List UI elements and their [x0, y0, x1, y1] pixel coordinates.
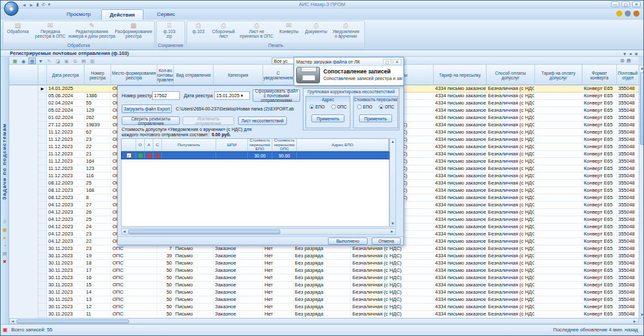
maximize-button[interactable]: ▢: [622, 1, 630, 7]
clock-icon[interactable]: ◔: [1, 243, 8, 249]
verify-button[interactable]: Сверить реквизиты отправления: [122, 116, 180, 125]
tab-сервис[interactable]: Сервис: [145, 9, 187, 20]
column-header-postcode[interactable]: Почтовый отдел: [617, 65, 639, 85]
column-header-tariff_extra[interactable]: Тариф на оплату допуслуг: [535, 65, 583, 85]
help-icon[interactable]: [616, 11, 622, 17]
dialog-row-cell-o: [136, 152, 145, 159]
column-header-kind[interactable]: Вид отправления: [174, 65, 214, 85]
tab-действия[interactable]: Действия: [101, 9, 143, 20]
address-radio-епо[interactable]: ЕПО: [309, 105, 325, 109]
table-row[interactable]: 30.11.202319ОПС39ПисьмоЗаказноеНетБез ра…: [9, 253, 639, 260]
wizard-maximize-button[interactable]: ▢: [383, 59, 391, 65]
globe-icon[interactable]: ◉: [20, 58, 27, 64]
export-excel-icon[interactable]: ▦: [11, 58, 19, 64]
dialog-scroll-left-icon[interactable]: ◄: [122, 230, 126, 233]
table-row[interactable]: 30.11.202315ОПС50ПисьмоЗаказноеНетБез ра…: [9, 282, 639, 289]
table-row[interactable]: 30.11.202316ОПС50ПисьмоЗаказноеНетБез ра…: [9, 274, 639, 282]
info-icon[interactable]: [625, 11, 631, 17]
ribbon-button[interactable]: ⎙Документы: [302, 21, 330, 43]
scroll-right-icon[interactable]: ►: [633, 319, 637, 323]
table-row[interactable]: 30.11.202313ОПС50ПисьмоЗаказноеНетБез ра…: [9, 296, 639, 304]
save-icon[interactable]: ▣: [63, 58, 70, 64]
ribbon-button[interactable]: ⎙Лист не принятых в ОПС: [237, 21, 276, 43]
sidebar-tab-tasks[interactable]: Задачи по подсистемам: [1, 123, 7, 200]
ribbon-button[interactable]: ⎙Сборочный лист: [210, 21, 237, 43]
tab-просмотр[interactable]: Просмотр: [58, 9, 100, 20]
column-header-qty[interactable]: Кол-во почтовых отправлений: [157, 65, 174, 85]
mismatch-list-button[interactable]: Лист несоответствий: [238, 116, 287, 125]
cell-postcode: 355048: [617, 151, 639, 157]
column-header-notify[interactable]: С уведомлением: [263, 65, 294, 85]
shipping-radio-опс[interactable]: ОПС: [379, 105, 394, 109]
ribbon-button[interactable]: ⌸ф.103 zip: [157, 21, 182, 43]
ribbon-button[interactable]: ⎙ф.103: [187, 21, 210, 43]
dialog-scroll-right-icon[interactable]: ►: [390, 230, 394, 233]
done-button[interactable]: Выполнено: [328, 237, 368, 245]
ribbon-button[interactable]: ⎙Уведомления о вручении: [330, 21, 362, 43]
cell-date: 04.12.2023: [47, 209, 85, 216]
cell-tariff: 4334 письмо заказное: [434, 289, 487, 296]
load-export-button[interactable]: Загрузить файл Export: [122, 105, 172, 113]
folder-icon[interactable]: ▦: [1, 227, 8, 233]
registry-number-input[interactable]: 17562: [152, 91, 180, 100]
app-menu-button[interactable]: ◈: [4, 1, 19, 16]
copy-icon[interactable]: ⧉: [71, 58, 79, 64]
dialog-hscrollbar[interactable]: ◄ ►: [121, 228, 396, 235]
grid-settings-icon[interactable]: ⊞: [621, 58, 625, 63]
column-header-pay_extra[interactable]: Способ оплаты допуслуг: [487, 65, 535, 85]
grid-view-icon[interactable]: ▦: [28, 58, 36, 64]
list-icon[interactable]: ▤: [626, 58, 631, 63]
close-button[interactable]: ✕: [632, 1, 641, 7]
filter-icon[interactable]: ▼: [37, 58, 44, 64]
table-row[interactable]: 30.11.202312ОПС50ПисьмоЗаказноеНетБез ра…: [9, 304, 639, 311]
pin-icon[interactable]: [633, 11, 639, 17]
hscroll-thumb[interactable]: [17, 319, 129, 323]
ribbon-button[interactable]: ▦Расформирование реестра: [116, 21, 151, 43]
address-radio-опс[interactable]: ОПС: [331, 105, 346, 109]
column-header-place[interactable]: Место формирования реестра: [111, 65, 157, 85]
registry-date-combo[interactable]: 15.01.2025 ▾: [214, 91, 250, 100]
dialog-table-vscrollbar[interactable]: ▲ ▼: [389, 138, 396, 227]
ribbon-button[interactable]: ✉Передача реестра в ОПС: [32, 21, 68, 43]
document-icon[interactable]: ▤: [1, 251, 8, 257]
scroll-down-icon[interactable]: ▼: [640, 313, 644, 317]
table-row[interactable]: 30.11.202317ОПС50ПисьмоЗаказноеНетБез ра…: [9, 267, 639, 274]
ribbon-button[interactable]: ✉Конверты: [276, 21, 302, 43]
table-row[interactable]: 30.11.202323ОПС7ПисьмоЗаказноеНетБез раз…: [9, 245, 639, 253]
column-header-envelope[interactable]: Формат конверта: [583, 65, 617, 85]
column-header-category[interactable]: Категория: [214, 65, 263, 85]
dialog-hscroll-thumb[interactable]: [128, 230, 280, 234]
minimize-button[interactable]: —: [611, 1, 620, 7]
dialog-table-selected-row[interactable]: ✓30.0090.60: [121, 151, 389, 159]
shipping-radio-епо[interactable]: ЕПО: [357, 105, 372, 109]
column-header-tariff[interactable]: Тариф на пересылку: [434, 65, 487, 85]
edit-icon[interactable]: ✎: [46, 58, 53, 64]
wizard-title-bar[interactable]: Мастер загрузки файла от ЛК ▢ ✕: [294, 58, 403, 66]
generate-file-button[interactable]: Сформировать файл с почтовыми отправлени…: [253, 89, 300, 102]
table-row[interactable]: 30.11.202314ОПС50ПисьмоЗаказноеНетБез ра…: [9, 289, 639, 296]
address-apply-button[interactable]: Применить: [311, 114, 344, 122]
scroll-up-icon[interactable]: ▲: [640, 66, 644, 70]
ribbon-button[interactable]: ▤Обработка: [3, 21, 32, 43]
grid-hscrollbar[interactable]: ◄ ►: [9, 318, 639, 324]
table-row[interactable]: 30.11.202318ОПС50ПисьмоЗаказноеНетБез ра…: [9, 260, 639, 267]
wizard-close-button[interactable]: ✕: [393, 59, 401, 65]
favorites-icon[interactable]: ★: [1, 235, 8, 241]
error-icon[interactable]: ✖: [1, 259, 8, 265]
eraser-icon[interactable]: ◪: [54, 58, 61, 64]
shipping-apply-button[interactable]: Применить: [359, 114, 392, 122]
column-header-num[interactable]: Номер реестра: [85, 65, 111, 85]
vscroll-thumb[interactable]: [640, 72, 644, 145]
exclude-button[interactable]: Исключить отправление: [182, 116, 234, 125]
row-checkbox[interactable]: ✓: [126, 153, 132, 158]
layout-icon[interactable]: ▤: [80, 58, 87, 64]
column-header-date[interactable]: Дата реестра: [47, 65, 85, 85]
grip-icon[interactable]: ⠿: [1, 219, 8, 226]
ribbon-button[interactable]: ✎Редактирование номера и даты реестра: [68, 21, 116, 43]
scroll-left-icon[interactable]: ◄: [11, 319, 15, 323]
grid-vscrollbar[interactable]: ▲ ▼: [639, 65, 644, 318]
cancel-dialog-button[interactable]: Отмена: [372, 237, 401, 245]
columns-icon[interactable]: ▥: [89, 58, 96, 64]
table-row[interactable]: 30.11.202311ОПС50ПисьмоЗаказноеНетБез ра…: [9, 311, 639, 318]
cell-pay_extra: Безналичная (с НДС): [487, 209, 535, 216]
